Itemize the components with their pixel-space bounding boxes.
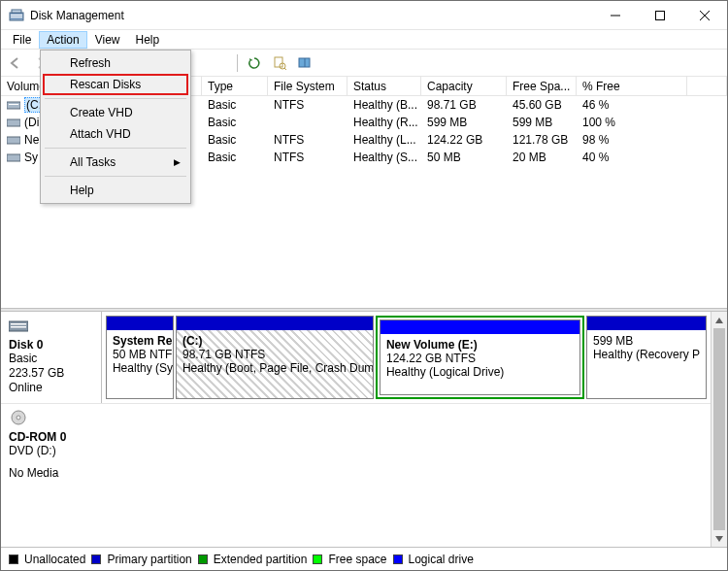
svg-line-10 (284, 68, 286, 70)
swatch-extended (198, 554, 208, 564)
svg-rect-8 (275, 57, 282, 67)
extended-partition: New Volume (E:) 124.22 GB NTFS Healthy (… (376, 316, 584, 399)
cell (268, 119, 347, 125)
cell: 40 % (577, 148, 687, 167)
menu-bar: File Action View Help (1, 30, 727, 50)
partition-new-volume[interactable]: New Volume (E:) 124.22 GB NTFS Healthy (… (380, 319, 580, 395)
partition-size: 124.22 GB NTFS (386, 352, 574, 365)
menu-view[interactable]: View (87, 31, 128, 49)
cell: Basic (202, 130, 268, 150)
cell: 98.71 GB (421, 95, 507, 115)
menu-all-tasks[interactable]: All Tasks▶ (43, 151, 188, 173)
menu-attach-vhd[interactable]: Attach VHD (43, 123, 188, 145)
cdrom-header[interactable]: CD-ROM 0 DVD (D:) No Media (1, 404, 195, 501)
disk-icon (9, 318, 28, 333)
disk-header[interactable]: Disk 0 Basic 223.57 GB Online (1, 312, 102, 403)
close-button[interactable] (682, 1, 727, 30)
refresh-icon[interactable] (244, 52, 265, 74)
cell: Basic (202, 95, 268, 115)
window-buttons (593, 1, 727, 30)
svg-rect-14 (9, 104, 18, 105)
cdrom-name: CD-ROM 0 (9, 430, 187, 444)
help-icon[interactable] (294, 52, 315, 74)
menu-action[interactable]: Action (39, 31, 86, 49)
menu-create-vhd[interactable]: Create VHD (43, 102, 188, 123)
scroll-down-icon[interactable] (711, 530, 727, 547)
window-title: Disk Management (30, 9, 124, 22)
graphical-view: Disk 0 Basic 223.57 GB Online System Re … (1, 312, 727, 547)
disk-row-0: Disk 0 Basic 223.57 GB Online System Re … (1, 312, 727, 404)
legend-label: Primary partition (107, 553, 191, 566)
volume-name: Ne (24, 133, 39, 147)
cell: NTFS (268, 130, 347, 150)
drive-icon (7, 134, 20, 146)
cell: 20 MB (507, 148, 577, 167)
disk-status: Online (9, 381, 93, 395)
minimize-button[interactable] (593, 1, 638, 30)
legend: Unallocated Primary partition Extended p… (1, 547, 727, 570)
scroll-thumb[interactable] (713, 328, 725, 530)
svg-rect-12 (305, 58, 306, 67)
cell: Basic (202, 148, 268, 167)
svg-rect-15 (7, 119, 20, 126)
cell: 98 % (577, 130, 687, 150)
menu-file[interactable]: File (5, 31, 39, 49)
cdrom-status: No Media (9, 466, 187, 481)
legend-label: Unallocated (24, 553, 85, 566)
maximize-button[interactable] (638, 1, 682, 30)
partition-recovery[interactable]: 599 MB Healthy (Recovery P (586, 316, 707, 399)
disk-name: Disk 0 (9, 338, 93, 352)
drive-icon (7, 99, 20, 111)
drive-icon (7, 151, 20, 163)
back-button[interactable] (5, 52, 26, 74)
cell: 124.22 GB (421, 130, 507, 150)
swatch-unallocated (9, 554, 18, 564)
volume-name: Sy (24, 151, 38, 164)
col-filesystem[interactable]: File System (268, 77, 347, 95)
cell: Healthy (R... (347, 113, 421, 132)
svg-rect-5 (656, 11, 665, 19)
svg-rect-13 (7, 102, 20, 109)
col-status[interactable]: Status (347, 77, 421, 95)
col-volume[interactable]: Volume (1, 77, 42, 95)
cell: NTFS (268, 95, 347, 115)
toolbar-divider (237, 54, 238, 72)
disk-type: Basic (9, 352, 93, 366)
partition-bar (587, 317, 706, 330)
cell: 45.60 GB (507, 95, 577, 115)
menu-rescan-disks[interactable]: Rescan Disks (43, 74, 188, 95)
col-pctfree[interactable]: % Free (577, 77, 687, 95)
menu-help-item[interactable]: Help (43, 180, 188, 201)
svg-point-22 (17, 416, 20, 420)
partition-size: 50 MB NTF (113, 348, 167, 361)
cdrom-icon (9, 410, 28, 425)
menu-separator (45, 98, 186, 99)
cell: Healthy (B... (347, 95, 421, 115)
partition-name: (C:) (182, 334, 367, 348)
menu-all-tasks-label: All Tasks (70, 155, 116, 169)
swatch-primary (91, 554, 101, 564)
col-free[interactable]: Free Spa... (507, 77, 577, 95)
title-bar: Disk Management (1, 1, 727, 30)
partition-system-reserved[interactable]: System Re 50 MB NTF Healthy (Sy (106, 316, 174, 399)
svg-rect-17 (7, 154, 20, 161)
app-icon (9, 8, 24, 23)
partition-name: New Volume (E:) (386, 338, 574, 352)
svg-rect-20 (11, 326, 26, 328)
partition-c[interactable]: (C:) 98.71 GB NTFS Healthy (Boot, Page F… (176, 316, 374, 399)
volume-name: (Di (24, 116, 39, 129)
swatch-free (313, 554, 322, 564)
partition-status: Healthy (Recovery P (593, 348, 700, 361)
cell: Basic (202, 113, 268, 132)
menu-refresh[interactable]: Refresh (43, 52, 188, 74)
vertical-scrollbar[interactable] (711, 312, 727, 547)
scroll-up-icon[interactable] (711, 312, 727, 328)
col-capacity[interactable]: Capacity (421, 77, 507, 95)
menu-help[interactable]: Help (128, 31, 168, 49)
legend-label: Logical drive (409, 553, 474, 566)
col-spacer (687, 77, 727, 95)
col-type[interactable]: Type (202, 77, 268, 95)
cell: Healthy (S... (347, 148, 421, 167)
properties-icon[interactable] (269, 52, 290, 74)
svg-rect-19 (11, 323, 26, 325)
